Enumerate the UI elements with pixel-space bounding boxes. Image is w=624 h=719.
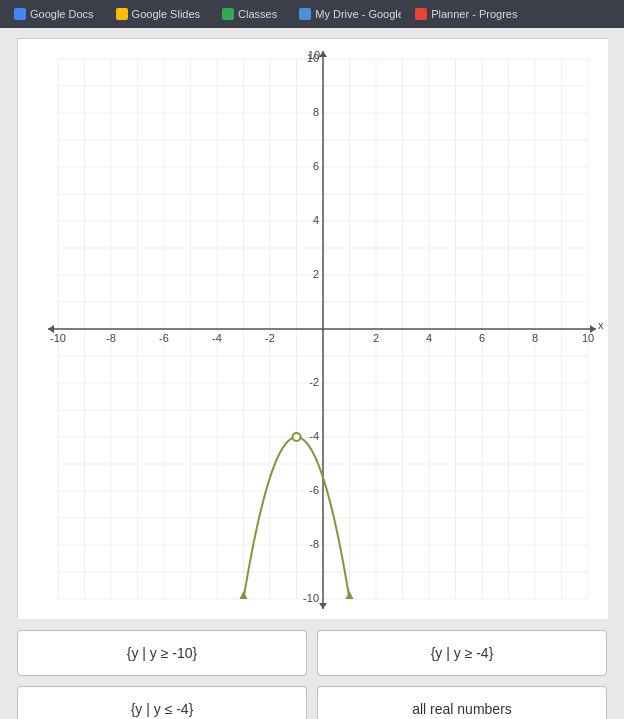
planner-icon <box>415 8 427 20</box>
answer-grid: {y | y ≥ -10} {y | y ≥ -4} {y | y ≤ -4} … <box>17 630 607 719</box>
answer-button-4[interactable]: all real numbers <box>317 686 607 719</box>
graph-canvas <box>18 39 608 619</box>
tab-docs[interactable]: Google Docs <box>6 6 102 22</box>
tab-drive[interactable]: My Drive - Google Dr... <box>291 6 401 22</box>
answer-button-1[interactable]: {y | y ≥ -10} <box>17 630 307 676</box>
tab-planner[interactable]: Planner - ProgressB... <box>407 6 517 22</box>
answer-button-3[interactable]: {y | y ≤ -4} <box>17 686 307 719</box>
docs-icon <box>14 8 26 20</box>
classes-icon <box>222 8 234 20</box>
tab-classes[interactable]: Classes <box>214 6 285 22</box>
tab-slides[interactable]: Google Slides <box>108 6 209 22</box>
browser-toolbar: Google Docs Google Slides Classes My Dri… <box>0 0 624 28</box>
drive-icon <box>299 8 311 20</box>
slides-icon <box>116 8 128 20</box>
tab-docs-label: Google Docs <box>30 8 94 20</box>
main-content: {y | y ≥ -10} {y | y ≥ -4} {y | y ≤ -4} … <box>0 28 624 719</box>
tab-classes-label: Classes <box>238 8 277 20</box>
tab-slides-label: Google Slides <box>132 8 201 20</box>
tab-drive-label: My Drive - Google Dr... <box>315 8 401 20</box>
answer-button-2[interactable]: {y | y ≥ -4} <box>317 630 607 676</box>
graph-container <box>17 38 607 618</box>
tab-planner-label: Planner - ProgressB... <box>431 8 517 20</box>
